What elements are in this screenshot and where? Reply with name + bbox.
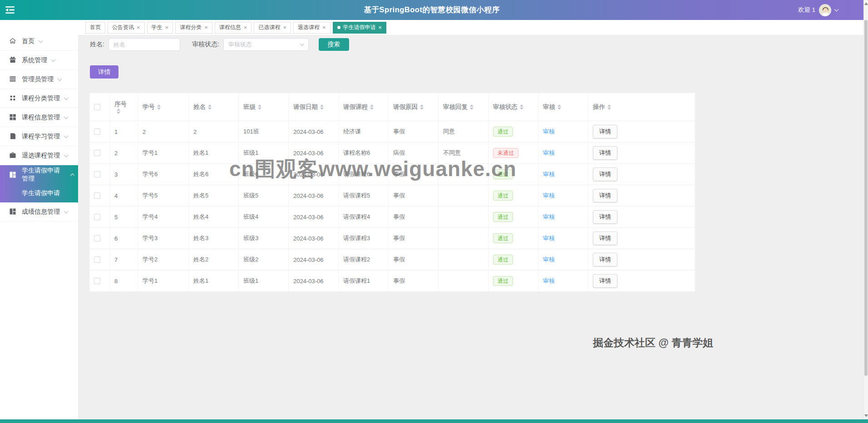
sort-icon[interactable] [117, 108, 120, 114]
sort-icon[interactable] [157, 104, 161, 110]
tab[interactable]: 已选课程× [254, 22, 291, 34]
status-badge: 通过 [493, 255, 513, 265]
row-checkbox[interactable] [94, 192, 100, 199]
row-checkbox[interactable] [94, 214, 100, 220]
select-all-checkbox[interactable] [94, 104, 100, 110]
close-icon[interactable]: × [137, 25, 140, 30]
sidebar-item[interactable]: 成绩信息管理 [0, 202, 78, 221]
cell-text: 经济课 [343, 128, 361, 136]
row-detail-button[interactable]: 详情 [593, 125, 617, 138]
row-detail-button[interactable]: 详情 [593, 146, 617, 160]
scroll-down-arrow-icon[interactable] [864, 414, 868, 417]
status-badge: 通过 [493, 191, 513, 201]
tab[interactable]: 首页 [85, 22, 105, 34]
row-checkbox[interactable] [94, 150, 100, 156]
tab[interactable]: 公告资讯× [108, 22, 145, 34]
cell-date: 2024-03-06 [289, 207, 339, 228]
sort-icon[interactable] [420, 104, 424, 110]
close-icon[interactable]: × [379, 25, 382, 30]
table-row: 3学号6姓名6班级62024-03-06请假课程6事假通过审核详情 [89, 164, 695, 185]
tab[interactable]: 课程信息× [215, 22, 252, 34]
review-link[interactable]: 审核 [543, 256, 555, 264]
sidebar-item[interactable]: 课程信息管理 [0, 108, 78, 127]
sidebar-item[interactable]: 系统管理 [0, 51, 78, 70]
sort-icon[interactable] [470, 104, 473, 110]
vertical-scrollbar[interactable] [863, 0, 868, 419]
review-link[interactable]: 审核 [543, 277, 555, 285]
status-badge: 通过 [493, 233, 513, 243]
sidebar-item[interactable]: 课程学习管理 [0, 127, 78, 146]
sort-icon[interactable] [320, 104, 324, 110]
avatar[interactable] [819, 4, 831, 16]
search-button[interactable]: 搜索 [319, 38, 349, 51]
column-header-label: 请假原因 [393, 103, 418, 111]
tab[interactable]: 课程分类× [175, 22, 212, 34]
detail-button[interactable]: 详情 [90, 65, 118, 79]
row-checkbox[interactable] [94, 278, 100, 284]
sidebar-item[interactable]: 学生请假申请管理 [0, 165, 78, 184]
cell-name: 姓名6 [189, 164, 239, 185]
cell-name: 姓名4 [189, 207, 239, 228]
cell-select [89, 143, 110, 164]
user-menu[interactable]: 欢迎 1 [798, 4, 838, 16]
sort-icon[interactable] [258, 104, 261, 110]
welcome-text: 欢迎 1 [798, 6, 815, 14]
row-checkbox[interactable] [94, 171, 100, 177]
sidebar-item-label: 学生请假申请管理 [22, 167, 66, 183]
review-link[interactable]: 审核 [543, 234, 555, 242]
column-header: 姓名 [189, 93, 239, 121]
cell-text: 班级5 [243, 192, 258, 200]
cell-actions: 详情 [588, 185, 695, 207]
review-link[interactable]: 审核 [543, 192, 555, 200]
column-header: 学号 [138, 93, 189, 121]
review-link[interactable]: 审核 [543, 149, 555, 157]
sort-icon[interactable] [370, 104, 374, 110]
sort-icon[interactable] [208, 104, 212, 110]
row-detail-button[interactable]: 详情 [593, 167, 617, 181]
cell-text: 姓名3 [193, 234, 208, 242]
table-header-row: 序号学号姓名班级请假日期请假课程请假原因审核回复审核状态审核操作 [89, 93, 695, 121]
cell-text: 事假 [393, 277, 405, 285]
cell-text: 2 [143, 128, 146, 135]
cell-name: 姓名3 [189, 228, 239, 249]
review-link[interactable]: 审核 [543, 170, 555, 178]
sort-icon[interactable] [520, 104, 523, 110]
sidebar-item[interactable]: 首页 [0, 32, 78, 51]
bottom-accent-bar [0, 419, 868, 423]
close-icon[interactable]: × [204, 25, 208, 30]
column-header-label: 审核 [543, 103, 555, 111]
row-checkbox[interactable] [94, 128, 100, 135]
tab[interactable]: 学生× [147, 22, 173, 34]
tab[interactable]: 退选课程× [293, 22, 330, 34]
sidebar-item[interactable]: 课程分类管理 [0, 89, 78, 108]
row-detail-button[interactable]: 详情 [593, 189, 617, 202]
row-detail-button[interactable]: 详情 [593, 253, 617, 266]
sort-icon[interactable] [607, 104, 611, 110]
cell-student-no: 学号4 [138, 207, 189, 228]
sidebar-item-label: 系统管理 [22, 56, 47, 64]
name-filter-input[interactable] [108, 38, 180, 51]
sidebar-item[interactable]: 退选课程管理 [0, 146, 78, 165]
cell-text: 姓名2 [193, 256, 208, 264]
close-icon[interactable]: × [283, 25, 286, 30]
scrollbar-thumb[interactable] [864, 20, 868, 376]
row-detail-button[interactable]: 详情 [593, 274, 617, 288]
close-icon[interactable]: × [244, 25, 247, 30]
tab-active[interactable]: 学生请假申请× [333, 22, 387, 34]
cell-index: 7 [110, 249, 138, 271]
sidebar-subitem[interactable]: 学生请假申请 [0, 184, 78, 202]
status-filter-select[interactable]: 审核状态 [223, 38, 309, 51]
row-detail-button[interactable]: 详情 [593, 210, 617, 224]
close-icon[interactable]: × [165, 25, 169, 30]
review-link[interactable]: 审核 [543, 128, 555, 136]
scroll-up-arrow-icon[interactable] [864, 2, 868, 5]
row-detail-button[interactable]: 详情 [593, 231, 617, 245]
cell-text: 事假 [393, 192, 405, 200]
sort-icon[interactable] [557, 104, 561, 110]
row-checkbox[interactable] [94, 235, 100, 241]
sidebar-item[interactable]: 管理员管理 [0, 70, 78, 89]
row-checkbox[interactable] [94, 256, 100, 263]
cell-select [89, 207, 110, 228]
close-icon[interactable]: × [322, 25, 326, 30]
review-link[interactable]: 审核 [543, 213, 555, 221]
